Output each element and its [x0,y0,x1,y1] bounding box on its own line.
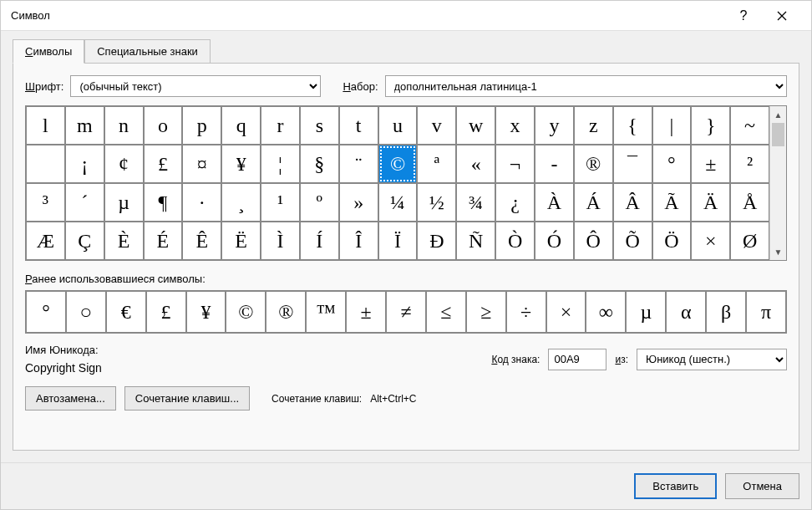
symbol-cell[interactable]: Á [574,183,613,222]
symbol-cell[interactable]: ¤ [182,145,221,183]
symbol-cell[interactable]: Ð [417,222,456,260]
symbol-cell[interactable]: s [300,106,339,145]
symbol-cell[interactable]: ¢ [104,145,144,183]
symbol-cell[interactable]: n [104,106,144,145]
recent-cell[interactable]: ≠ [386,291,426,333]
symbol-cell[interactable]: } [691,106,730,145]
symbol-cell[interactable]: Ä [691,183,730,222]
symbol-cell[interactable]: ¸ [221,183,261,222]
recent-cell[interactable]: ® [266,291,306,333]
symbol-cell[interactable]: Æ [26,222,65,260]
recent-cell[interactable]: β [706,291,746,333]
tab-symbols[interactable]: Символы [13,39,84,64]
symbol-cell[interactable]: µ [104,183,144,222]
symbol-cell[interactable]: Ò [495,222,535,260]
autocorrect-button[interactable]: Автозамена... [25,386,116,411]
symbol-cell[interactable]: ¿ [495,183,535,222]
symbol-cell[interactable]: x [495,106,535,145]
symbol-cell[interactable]: · [182,183,221,222]
symbol-cell[interactable]: ¦ [261,145,300,183]
symbol-cell[interactable]: « [456,145,495,183]
symbol-cell[interactable]: w [456,106,495,145]
symbol-cell[interactable]: ¶ [144,183,183,222]
symbol-cell[interactable]: l [26,106,65,145]
symbol-cell[interactable]: Ì [261,222,300,260]
symbol-cell[interactable]: o [144,106,183,145]
close-button[interactable] [763,1,801,31]
symbol-cell[interactable]: Õ [613,222,652,260]
recent-cell[interactable]: ○ [66,291,106,333]
scroll-up-icon[interactable]: ▲ [770,106,786,123]
symbol-cell[interactable]: t [339,106,378,145]
symbol-cell[interactable]: ± [691,145,730,183]
symbol-cell[interactable]: y [535,106,574,145]
symbol-cell[interactable]: É [144,222,183,260]
recent-cell[interactable]: ≥ [466,291,506,333]
symbol-cell[interactable]: q [221,106,261,145]
symbol-cell[interactable]: Ö [652,222,692,260]
font-select[interactable]: (обычный текст) [70,75,321,97]
symbol-cell[interactable]: Ï [378,222,418,260]
symbol-cell[interactable]: ¡ [65,145,104,183]
symbol-cell[interactable]: » [339,183,378,222]
symbol-cell[interactable]: Ô [574,222,613,260]
symbol-cell[interactable]: p [182,106,221,145]
recent-cell[interactable]: £ [146,291,186,333]
cancel-button[interactable]: Отмена [725,473,799,499]
symbol-cell[interactable]: ½ [417,183,456,222]
symbol-cell[interactable]: Ø [730,222,769,260]
recent-cell[interactable]: π [746,291,786,333]
insert-button[interactable]: Вставить [634,473,717,499]
recent-cell[interactable]: α [666,291,706,333]
symbol-cell[interactable]: Ã [652,183,692,222]
symbol-cell[interactable]: r [261,106,300,145]
symbol-cell[interactable]: - [535,145,574,183]
recent-cell[interactable]: € [106,291,146,333]
symbol-cell[interactable]: À [535,183,574,222]
code-input[interactable] [548,349,606,370]
symbol-cell[interactable]: ¹ [261,183,300,222]
recent-cell[interactable]: ± [346,291,386,333]
symbol-cell[interactable]: Ë [221,222,261,260]
symbol-cell[interactable]: u [378,106,418,145]
symbol-cell[interactable]: Î [339,222,378,260]
symbol-cell[interactable]: § [300,145,339,183]
recent-cell[interactable]: ÷ [506,291,546,333]
symbol-cell[interactable]: Í [300,222,339,260]
symbol-cell[interactable]: Ç [65,222,104,260]
symbol-cell[interactable]: ² [730,145,769,183]
symbol-cell[interactable]: v [417,106,456,145]
symbol-cell[interactable]: º [300,183,339,222]
recent-cell[interactable]: ∞ [586,291,626,333]
symbol-cell[interactable]: Ó [535,222,574,260]
scroll-down-icon[interactable]: ▼ [770,243,786,260]
symbol-cell[interactable]: Ê [182,222,221,260]
symbol-cell[interactable]: | [652,106,692,145]
symbol-cell[interactable]: È [104,222,144,260]
symbol-cell[interactable]: m [65,106,104,145]
from-select[interactable]: Юникод (шестн.) [637,349,787,370]
symbol-cell[interactable]: Â [613,183,652,222]
symbol-cell[interactable]: ´ [65,183,104,222]
symbol-cell[interactable]: z [574,106,613,145]
recent-cell[interactable]: µ [626,291,666,333]
recent-cell[interactable]: ° [26,291,66,333]
symbol-cell[interactable]: Å [730,183,769,222]
symbol-cell[interactable]: Ñ [456,222,495,260]
symbol-cell[interactable]: © [378,145,418,183]
symbol-cell[interactable]: { [613,106,652,145]
help-button[interactable]: ? [724,1,763,31]
recent-cell[interactable]: ¥ [186,291,226,333]
shortcut-key-button[interactable]: Сочетание клавиш... [124,386,250,411]
recent-cell[interactable]: © [226,291,266,333]
symbol-cell[interactable]: £ [144,145,183,183]
symbol-cell[interactable]: ¼ [378,183,418,222]
recent-cell[interactable]: ™ [306,291,346,333]
symbol-cell[interactable]: ¾ [456,183,495,222]
symbol-cell[interactable]: ³ [26,183,65,222]
symbol-cell[interactable]: ~ [730,106,769,145]
grid-scrollbar[interactable]: ▲ ▼ [769,106,786,260]
tab-special[interactable]: Специальные знаки [84,39,211,64]
subset-select[interactable]: дополнительная латиница-1 [385,75,787,97]
symbol-cell[interactable]: ¥ [221,145,261,183]
